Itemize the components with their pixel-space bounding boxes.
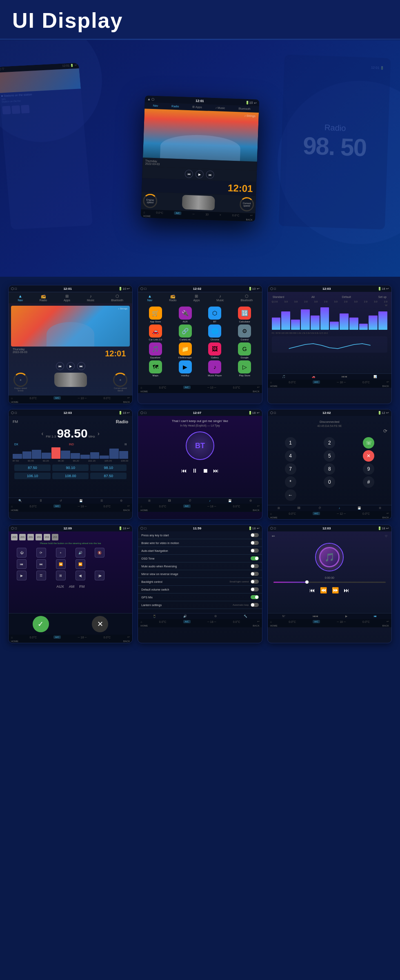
s1-nav-music[interactable]: ♪Music	[87, 294, 94, 302]
s4-freq-5[interactable]: 108.00	[52, 473, 89, 479]
s7-btn-power[interactable]: ⏻	[17, 548, 27, 558]
s4-back-icon[interactable]: ↩	[127, 504, 130, 508]
s1-nav-radio[interactable]: 📻Radio	[40, 294, 47, 302]
s5-ac[interactable]: A/C	[183, 504, 191, 508]
s6-nav-settings[interactable]: ⚙	[379, 507, 381, 510]
s1-home-icon[interactable]: ⌂	[11, 397, 13, 400]
hero-back-icon[interactable]: ↩	[250, 214, 253, 217]
s3-nav-chart[interactable]: 📊	[373, 375, 377, 378]
app-chrome[interactable]: 🌐 Chrome	[201, 324, 229, 341]
app-playstore[interactable]: ▷ Play Store	[231, 360, 259, 377]
s5-nav-apps[interactable]: ⊞	[148, 499, 151, 502]
hero-tab-bt[interactable]: Bluetooth	[238, 107, 251, 111]
s6-key-4[interactable]: 4	[285, 450, 296, 462]
s6-key-2[interactable]: 2	[324, 437, 335, 449]
s5-nav-photo[interactable]: 🖼	[168, 499, 171, 502]
s8-nav-icon3[interactable]: ⚙	[214, 615, 217, 618]
s4-home-icon[interactable]: ⌂	[11, 505, 13, 508]
s7-btn-plus[interactable]: +	[56, 548, 66, 558]
s4-nav-search[interactable]: 🔍	[18, 499, 22, 502]
s2-nav-home[interactable]: ▲Nav	[147, 294, 152, 302]
s7-btn-vol-up[interactable]: 🔊	[76, 548, 85, 558]
s4-freq-1[interactable]: 87.50	[14, 464, 51, 471]
s7-btn-mode[interactable]: ☰	[36, 571, 46, 580]
s8-toggle-7[interactable]	[251, 580, 259, 584]
s5-nav-time[interactable]: ⏱	[189, 499, 191, 502]
app-carlink[interactable]: 🚗 Car Link 2.0	[141, 324, 169, 341]
s6-ac[interactable]: A/C	[313, 512, 320, 515]
app-google[interactable]: G Google	[231, 342, 259, 359]
s7-btn-forward[interactable]: |▶	[95, 571, 104, 580]
s5-home-icon[interactable]: ⌂	[140, 505, 142, 508]
s1-nav-home[interactable]: ▲Nav	[18, 294, 22, 302]
s4-nav-loop[interactable]: ↺	[60, 499, 62, 502]
s1-nav-apps[interactable]: ⊞Apps	[64, 294, 70, 302]
s5-prev-btn[interactable]: ⏮	[181, 467, 187, 474]
s4-freq-6[interactable]: 87.50	[90, 473, 127, 479]
app-aux[interactable]: 🔌 AUX	[171, 307, 199, 323]
s4-nav-settings[interactable]: ⚙	[120, 499, 122, 502]
s6-key-0[interactable]: 0	[324, 476, 335, 488]
s6-key-9[interactable]: 9	[363, 463, 374, 475]
s4-freq-2[interactable]: 90.10	[52, 464, 89, 471]
hero-tab-music[interactable]: ♪ Music	[216, 106, 225, 110]
s8-toggle-3[interactable]	[251, 549, 259, 553]
s6-home-icon[interactable]: ⌂	[270, 512, 272, 515]
s2-nav-music[interactable]: ♪Music	[216, 294, 224, 302]
s5-stop-btn[interactable]: ⏹	[202, 467, 208, 474]
hero-tab-radio[interactable]: Radio	[171, 104, 179, 108]
s6-key-back-space[interactable]: ←	[285, 489, 296, 501]
s6-key-hash[interactable]: #	[363, 476, 374, 488]
s7-btn-mute[interactable]: 🔇	[95, 548, 104, 558]
s9-ac[interactable]: A/C	[313, 620, 320, 623]
app-musicplayer[interactable]: ♪ Music Player	[201, 360, 229, 377]
s7-btn-rew[interactable]: ⏮	[17, 559, 27, 569]
s3-home-icon[interactable]: ⌂	[270, 381, 272, 384]
s6-refresh-icon[interactable]: ⟳	[269, 427, 390, 435]
s7-btn-grid[interactable]: ⊞	[56, 571, 66, 580]
s8-toggle-4[interactable]	[251, 556, 259, 560]
s6-call-btn[interactable]: ☏	[363, 437, 374, 449]
s7-check-btn[interactable]: ✓	[33, 616, 49, 632]
app-carbitlink[interactable]: 🔗 CarbitLink	[171, 324, 199, 341]
s8-toggle-10[interactable]	[251, 603, 259, 607]
s3-nav-skip[interactable]: ⏭⏮	[342, 375, 347, 378]
s8-toggle-5[interactable]	[251, 564, 259, 568]
hero-home-icon[interactable]: ⌂	[143, 210, 145, 213]
s7-btn-back[interactable]: ◀|	[76, 571, 85, 580]
s1-ac[interactable]: A/C	[53, 396, 61, 400]
s9-forward-btn[interactable]: ⏩	[332, 587, 339, 593]
s3-back-icon[interactable]: ↩	[387, 380, 389, 384]
s9-heart-icon[interactable]: ♡	[385, 535, 387, 538]
hero-play-btn[interactable]: ▶	[195, 170, 204, 178]
s1-prev[interactable]: ⏮	[56, 362, 64, 370]
app-equalizer[interactable]: 🎵 Equalizer	[141, 342, 169, 359]
s4-nav-eq[interactable]: 🎚	[40, 499, 42, 502]
s3-nav-eq[interactable]: 🎵	[282, 375, 286, 378]
s4-nav-save[interactable]: 💾	[79, 499, 83, 502]
app-moofuy[interactable]: ▶ moofuy	[171, 360, 199, 377]
s9-next-btn[interactable]: ⏭	[344, 587, 349, 593]
s3-nav-car[interactable]: 🚗	[312, 375, 316, 378]
hero-next-btn[interactable]: ⏭	[206, 170, 214, 179]
s6-nav-apps[interactable]: ⊞	[278, 507, 280, 510]
s8-back-icon[interactable]: ↩	[257, 620, 260, 623]
s2-ac[interactable]: A/C	[183, 386, 191, 389]
s6-key-8[interactable]: 8	[324, 463, 335, 475]
app-maps[interactable]: 🗺 Maps	[141, 360, 169, 377]
s3-option-setup[interactable]: Set up	[378, 296, 387, 298]
s4-next-btn[interactable]: ›	[98, 430, 100, 437]
s9-home-icon[interactable]: ⌂	[270, 620, 272, 623]
s6-key-5[interactable]: 5	[324, 450, 335, 462]
s5-back-icon[interactable]: ↩	[257, 504, 260, 508]
s8-toggle-1[interactable]	[251, 533, 259, 537]
hero-ac[interactable]: A/C	[174, 211, 182, 215]
app-control[interactable]: ⚙ Control	[231, 324, 259, 341]
s1-nav-bt[interactable]: ⬡Bluetooth	[111, 294, 123, 302]
s8-nav-icon1[interactable]: 📱	[153, 615, 156, 618]
hero-tab-nav[interactable]: Nav	[153, 104, 158, 107]
s6-nav-music[interactable]: ♪	[339, 507, 340, 510]
s8-toggle-2[interactable]	[251, 541, 259, 545]
s2-back-icon[interactable]: ↩	[257, 386, 260, 389]
s6-back-icon[interactable]: ↩	[387, 512, 389, 515]
